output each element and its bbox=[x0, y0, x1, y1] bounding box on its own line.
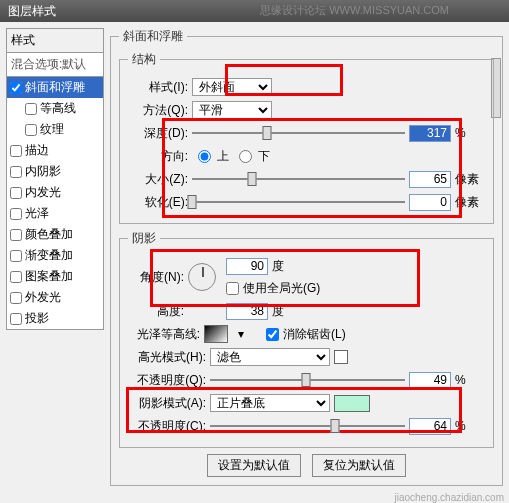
sidebar-checkbox[interactable] bbox=[10, 271, 22, 283]
shadow-mode-select[interactable]: 正片叠底 bbox=[210, 394, 330, 412]
size-input[interactable] bbox=[409, 171, 451, 188]
sidebar-item-0[interactable]: 斜面和浮雕 bbox=[7, 77, 103, 98]
hilite-op-input[interactable] bbox=[409, 372, 451, 389]
angle-label: 角度(N): bbox=[128, 269, 184, 286]
gloss-contour-picker[interactable] bbox=[204, 325, 228, 343]
styles-sidebar: 样式 混合选项:默认 斜面和浮雕等高线纹理描边内阴影内发光光泽颜色叠加渐变叠加图… bbox=[6, 28, 104, 492]
bevel-panel: 斜面和浮雕 结构 样式(I): 外斜面 方法(Q): 平滑 深度(D): % bbox=[110, 28, 503, 486]
shadow-color-swatch[interactable] bbox=[334, 395, 370, 412]
style-select[interactable]: 外斜面 bbox=[192, 78, 272, 96]
shadow-mode-label: 阴影模式(A): bbox=[128, 395, 206, 412]
soften-label: 软化(E): bbox=[128, 194, 188, 211]
style-label: 样式(I): bbox=[128, 79, 188, 96]
structure-group: 结构 样式(I): 外斜面 方法(Q): 平滑 深度(D): % bbox=[119, 51, 494, 224]
hilite-op-label: 不透明度(Q): bbox=[128, 372, 206, 389]
sidebar-item-label: 渐变叠加 bbox=[25, 247, 73, 264]
direction-label: 方向: bbox=[128, 148, 188, 165]
hilite-op-slider[interactable] bbox=[210, 372, 405, 388]
sidebar-checkbox[interactable] bbox=[10, 82, 22, 94]
sidebar-item-2[interactable]: 纹理 bbox=[7, 119, 103, 140]
shadow-legend: 阴影 bbox=[128, 230, 160, 247]
sidebar-item-9[interactable]: 图案叠加 bbox=[7, 266, 103, 287]
size-unit: 像素 bbox=[455, 171, 485, 188]
depth-slider[interactable] bbox=[192, 125, 405, 141]
sidebar-item-label: 图案叠加 bbox=[25, 268, 73, 285]
sidebar-item-label: 投影 bbox=[25, 310, 49, 327]
sidebar-item-1[interactable]: 等高线 bbox=[7, 98, 103, 119]
antialias-checkbox[interactable] bbox=[266, 328, 279, 341]
sidebar-header: 样式 bbox=[6, 28, 104, 53]
sidebar-item-6[interactable]: 光泽 bbox=[7, 203, 103, 224]
soften-input[interactable] bbox=[409, 194, 451, 211]
hilite-op-unit: % bbox=[455, 373, 485, 387]
sidebar-checkbox[interactable] bbox=[25, 103, 37, 115]
antialias-label: 消除锯齿(L) bbox=[283, 326, 346, 343]
set-default-button[interactable]: 设置为默认值 bbox=[207, 454, 301, 477]
size-slider[interactable] bbox=[192, 171, 405, 187]
altitude-input[interactable] bbox=[226, 303, 268, 320]
sidebar-item-label: 外发光 bbox=[25, 289, 61, 306]
down-label: 下 bbox=[258, 148, 270, 165]
hilite-color-swatch[interactable] bbox=[334, 350, 348, 364]
sidebar-checkbox[interactable] bbox=[10, 229, 22, 241]
depth-input[interactable] bbox=[409, 125, 451, 142]
footer-text: jiaocheng.chazidian.com bbox=[394, 492, 504, 503]
depth-unit: % bbox=[455, 126, 485, 140]
sidebar-item-label: 光泽 bbox=[25, 205, 49, 222]
bevel-title: 斜面和浮雕 bbox=[119, 28, 187, 45]
soften-unit: 像素 bbox=[455, 194, 485, 211]
sidebar-item-label: 等高线 bbox=[40, 100, 76, 117]
angle-dial[interactable] bbox=[188, 263, 216, 291]
sidebar-item-label: 内阴影 bbox=[25, 163, 61, 180]
sidebar-checkbox[interactable] bbox=[10, 292, 22, 304]
soften-slider[interactable] bbox=[192, 194, 405, 210]
angle-input[interactable] bbox=[226, 258, 268, 275]
sidebar-item-10[interactable]: 外发光 bbox=[7, 287, 103, 308]
watermark: 思缘设计论坛 WWW.MISSYUAN.COM bbox=[260, 3, 449, 18]
sidebar-checkbox[interactable] bbox=[10, 166, 22, 178]
method-select[interactable]: 平滑 bbox=[192, 101, 272, 119]
sidebar-checkbox[interactable] bbox=[10, 313, 22, 325]
up-label: 上 bbox=[217, 148, 229, 165]
sidebar-item-label: 斜面和浮雕 bbox=[25, 79, 85, 96]
sidebar-item-4[interactable]: 内阴影 bbox=[7, 161, 103, 182]
sidebar-item-8[interactable]: 渐变叠加 bbox=[7, 245, 103, 266]
sidebar-item-11[interactable]: 投影 bbox=[7, 308, 103, 329]
method-label: 方法(Q): bbox=[128, 102, 188, 119]
hilite-mode-select[interactable]: 滤色 bbox=[210, 348, 330, 366]
sidebar-item-label: 内发光 bbox=[25, 184, 61, 201]
altitude-label: 高度: bbox=[128, 303, 184, 320]
sidebar-checkbox[interactable] bbox=[10, 145, 22, 157]
direction-up-radio[interactable] bbox=[198, 150, 211, 163]
depth-label: 深度(D): bbox=[128, 125, 188, 142]
shadow-op-input[interactable] bbox=[409, 418, 451, 435]
sidebar-item-label: 描边 bbox=[25, 142, 49, 159]
sidebar-item-5[interactable]: 内发光 bbox=[7, 182, 103, 203]
hilite-mode-label: 高光模式(H): bbox=[128, 349, 206, 366]
sidebar-checkbox[interactable] bbox=[10, 250, 22, 262]
direction-down-radio[interactable] bbox=[239, 150, 252, 163]
sidebar-item-label: 颜色叠加 bbox=[25, 226, 73, 243]
window-title: 图层样式 bbox=[8, 3, 56, 20]
altitude-unit: 度 bbox=[272, 303, 302, 320]
angle-unit: 度 bbox=[272, 258, 302, 275]
sidebar-item-label: 纹理 bbox=[40, 121, 64, 138]
blend-options[interactable]: 混合选项:默认 bbox=[6, 53, 104, 77]
global-light-checkbox[interactable] bbox=[226, 282, 239, 295]
shadow-group: 阴影 角度(N): 度 使用全局光(G) bbox=[119, 230, 494, 448]
gloss-label: 光泽等高线: bbox=[128, 326, 200, 343]
shadow-op-unit: % bbox=[455, 419, 485, 433]
sidebar-checkbox[interactable] bbox=[10, 187, 22, 199]
reset-default-button[interactable]: 复位为默认值 bbox=[312, 454, 406, 477]
sidebar-checkbox[interactable] bbox=[10, 208, 22, 220]
size-label: 大小(Z): bbox=[128, 171, 188, 188]
sidebar-checkbox[interactable] bbox=[25, 124, 37, 136]
global-light-label: 使用全局光(G) bbox=[243, 280, 320, 297]
structure-legend: 结构 bbox=[128, 51, 160, 68]
sidebar-item-3[interactable]: 描边 bbox=[7, 140, 103, 161]
shadow-op-slider[interactable] bbox=[210, 418, 405, 434]
sidebar-item-7[interactable]: 颜色叠加 bbox=[7, 224, 103, 245]
shadow-op-label: 不透明度(C): bbox=[128, 418, 206, 435]
